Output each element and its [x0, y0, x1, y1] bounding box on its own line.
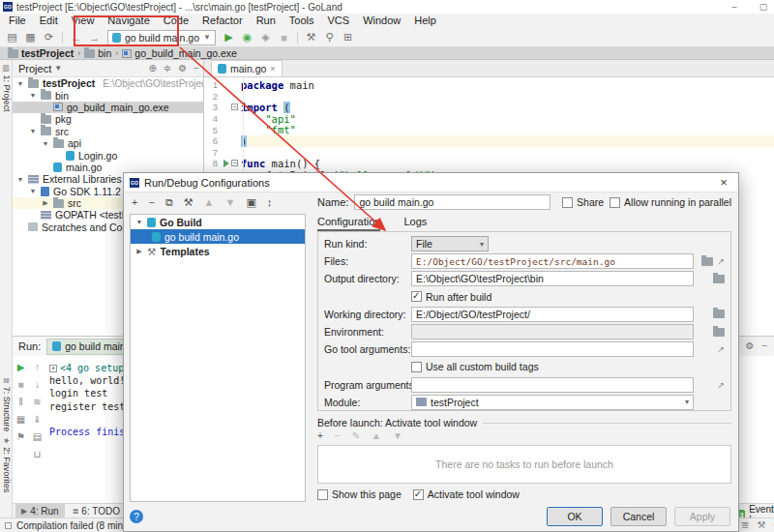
chevron-open-icon[interactable]: ▼ [42, 140, 49, 147]
tab-configuration[interactable]: Configuration [317, 216, 380, 231]
pin-icon[interactable]: ⚑ [16, 431, 25, 442]
name-input[interactable]: go build main.go [354, 194, 551, 210]
menu-refactor[interactable]: Refactor [195, 14, 250, 28]
ok-button[interactable]: OK [547, 507, 603, 526]
checkbox-use-all-custom-build-tags[interactable]: Use all custom build tags [411, 361, 539, 372]
hide-icon[interactable]: − [762, 340, 768, 351]
settings-icon[interactable]: ⚙ [178, 63, 187, 74]
hide-icon[interactable]: − [194, 63, 199, 74]
restore-layout-icon[interactable]: ▦ [16, 414, 25, 425]
tool-windows-icon[interactable]: ⊞ [340, 30, 356, 45]
share-checkbox[interactable]: Share [562, 196, 604, 208]
breadcrumb-testProject[interactable]: testProject [8, 47, 74, 59]
menu-edit[interactable]: Edit [33, 14, 65, 28]
run-configuration-combo[interactable]: go build main.go ▼ [107, 30, 216, 45]
checkbox-run-after-build[interactable]: Run after build [411, 291, 491, 303]
sort-icon[interactable]: ↕ [267, 196, 273, 209]
stop-icon[interactable]: ■ [276, 30, 292, 45]
soft-wrap-icon[interactable]: ≋ [33, 397, 41, 407]
browse-folder-icon[interactable] [713, 275, 725, 283]
files-input[interactable]: E:/Object/GO/testProject/src/main.go [411, 253, 694, 269]
expand-field-icon[interactable]: ↗ [717, 256, 725, 266]
stop-icon[interactable]: ■ [17, 379, 23, 390]
config-item-go-build-maingo[interactable]: go build main.go [131, 229, 305, 244]
save-all-icon[interactable]: ▦ [22, 30, 39, 45]
group-folder-icon[interactable]: ▣ [246, 196, 255, 209]
pause-icon[interactable]: ‖ [18, 397, 22, 407]
menu-code[interactable]: Code [157, 14, 195, 28]
close-tab-icon[interactable]: × [270, 64, 275, 74]
add-icon[interactable]: + [132, 196, 137, 209]
run-line-icon[interactable] [223, 160, 229, 167]
tool-button-6-todo[interactable]: ≣6: TODO [67, 504, 126, 518]
dialog-title-bar[interactable]: GO Run/Debug Configurations × [124, 173, 738, 192]
menu-window[interactable]: Window [356, 14, 407, 28]
margin-icon[interactable]: ≣ [741, 519, 749, 530]
run-kind-select[interactable]: File▾ [411, 236, 489, 251]
menu-help[interactable]: Help [407, 14, 443, 28]
expand-field-icon[interactable]: ↗ [717, 380, 725, 390]
edit-defaults-icon[interactable]: ⚒ [184, 196, 194, 209]
fold-icon[interactable]: − [231, 160, 238, 166]
toolwindow-toggle-icon[interactable] [5, 522, 12, 529]
cancel-button[interactable]: Cancel [610, 507, 667, 526]
copy-icon[interactable]: ⧉ [165, 196, 173, 209]
tree-item-api[interactable]: ▼api [13, 137, 203, 149]
gear-icon[interactable]: ⚙ [746, 340, 755, 351]
minimize-button[interactable]: – [722, 0, 747, 14]
tree-item-bin[interactable]: ▼bin [13, 89, 203, 101]
menu-navigate[interactable]: Navigate [101, 14, 156, 28]
chevron-open-icon[interactable]: ▼ [29, 128, 37, 134]
close-icon[interactable]: × [715, 175, 732, 190]
tree-item-pkg[interactable]: pkg [13, 113, 203, 125]
tree-item-src[interactable]: ▼src [13, 126, 203, 137]
tool-button-project[interactable]: ▤ 1: Project [2, 65, 12, 112]
project-panel-header[interactable]: Project ▼ ⊕≑⚙− [13, 60, 203, 77]
breadcrumb-bin[interactable]: bin [84, 47, 111, 59]
tree-item-go-build-main-go-exe[interactable]: go_build_main_go.exe [13, 102, 203, 113]
coverage-icon[interactable]: ◈ [257, 30, 274, 45]
up-stack-icon[interactable]: ↑ [35, 362, 40, 372]
forward-icon[interactable]: → [86, 30, 103, 45]
tree-item-testproject[interactable]: ▼testProjectE:\Object\GO\testProject [13, 77, 203, 89]
fold-icon[interactable]: − [231, 103, 238, 110]
menu-tools[interactable]: Tools [283, 14, 321, 28]
maximize-button[interactable]: ▢ [751, 0, 774, 14]
settings-wrench-icon[interactable]: ⚒ [303, 30, 319, 45]
menu-file[interactable]: File [2, 14, 33, 28]
browse-folder-icon[interactable] [701, 257, 713, 266]
browse-folder-icon[interactable] [713, 328, 725, 337]
scroll-end-icon[interactable]: ⇓ [33, 414, 41, 425]
tree-item-login-go[interactable]: Login.go [13, 149, 203, 161]
fold-expand-icon[interactable]: + [49, 365, 57, 372]
chevron-closed-icon[interactable]: ▶ [135, 248, 143, 255]
clear-icon[interactable]: ⊔ [34, 449, 42, 459]
expand-field-icon[interactable]: ↗ [717, 344, 725, 354]
output-directory-input[interactable]: E:\Object\GO\testProject\bin [411, 271, 694, 286]
show-this-page-checkbox[interactable]: Show this page [317, 488, 402, 500]
activate-tool-window-checkbox[interactable]: Activate tool window [413, 488, 520, 500]
hector-icon[interactable]: ⚒ [757, 519, 765, 530]
locate-icon[interactable]: ⊕ [148, 63, 156, 74]
menu-vcs[interactable]: VCS [321, 14, 357, 28]
remove-icon[interactable]: − [148, 196, 154, 209]
go-tool-arguments-input[interactable] [411, 341, 694, 357]
menu-run[interactable]: Run [250, 14, 283, 28]
down-stack-icon[interactable]: ↓ [35, 379, 40, 390]
rerun-icon[interactable]: ▶ [17, 362, 25, 372]
editor-tab-maingo[interactable]: main.go × [211, 60, 283, 76]
chevron-open-icon[interactable]: ▼ [29, 92, 37, 99]
run-icon[interactable]: ▶ [221, 30, 237, 45]
allow-parallel-checkbox[interactable]: Allow running in parallel [610, 196, 731, 208]
tab-logs[interactable]: Logs [403, 216, 427, 231]
tool-button-4-run[interactable]: ▶4: Run [15, 504, 65, 518]
config-group-go-build[interactable]: ▼Go Build [131, 215, 305, 229]
browse-folder-icon[interactable] [713, 310, 725, 318]
config-group-templates[interactable]: ▶⚒Templates [131, 244, 305, 258]
synchronize-icon[interactable]: ⟳ [41, 30, 57, 45]
chevron-closed-icon[interactable]: ▶ [42, 199, 49, 207]
back-icon[interactable]: ← [68, 30, 84, 45]
breadcrumb-go_build_main_go.exe[interactable]: go_build_main_go.exe [122, 47, 237, 59]
tool-button-favorites[interactable]: ★ 2: Favorites [2, 437, 12, 492]
program-arguments-input[interactable] [411, 377, 694, 393]
